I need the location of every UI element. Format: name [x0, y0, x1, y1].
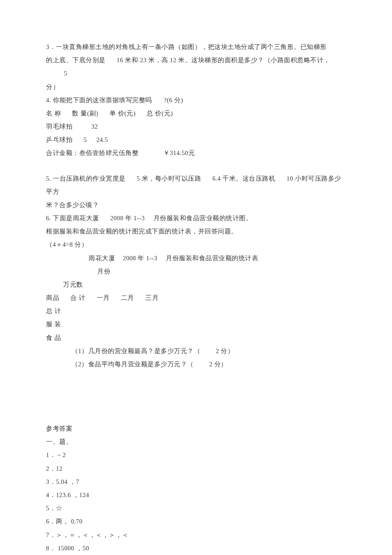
q6-row-clothes: 服 装	[46, 318, 346, 331]
q6-header: 商品 合 计 一月 二月 三月	[46, 291, 346, 305]
ans-3: 3．5.04 ，7	[46, 475, 346, 489]
q6-hc1: 商品	[46, 294, 59, 301]
q6-hc3: 一月	[97, 294, 110, 301]
q6-l1c: 月份服装和食品营业额的统计图。	[153, 215, 253, 221]
q4-total-label: 合计金额：叁佰壹拾肆元伍角整	[46, 150, 138, 156]
q4-header: 名 称 数 量(副) 单 价(元) 总 价(元)	[46, 107, 346, 120]
q6-l1b: 2008 年 1--3	[110, 215, 145, 221]
q4-r1-qty: 32	[91, 123, 98, 130]
q4-r2-name: 乒乓球拍	[46, 136, 72, 143]
q3-line3: 分）	[46, 81, 346, 94]
q5-l1c: 6.4 千米。这台压路机	[212, 175, 275, 182]
question-6: 6. 下面是雨花大厦 2008 年 1--3 月份服装和食品营业额的统计图。 根…	[46, 212, 346, 371]
q4-l1a: 4. 你能把下面的这张票据填写完整吗	[46, 97, 152, 104]
q6-col-amount: 万元数	[46, 278, 346, 291]
ans-5: 5．☆	[46, 502, 346, 515]
q6-row-food: 食 品	[46, 331, 346, 345]
question-5: 5. 一台压路机的作业宽度是 5 米，每小时可以压路 6.4 千米。这台压路机 …	[46, 172, 346, 212]
question-3: 3．一块直角梯形土地的对角线上有一条小路（如图），把这块土地分成了两个三角形。已…	[46, 40, 346, 94]
ans-6: 6．两， 0.70	[46, 515, 346, 528]
q3-l2c: 5	[64, 70, 67, 77]
q6-s2a: （2）食品平均每月营业额是多少万元？（	[72, 361, 194, 368]
ans-7: 7．＞，＝，＜，＜，＞，＜	[46, 529, 346, 542]
q3-line2: 的上底、下底分别是 16 米和 23 米，高 12 米。这块梯形的面积是多少？（…	[46, 54, 346, 80]
q6-hc5: 三月	[145, 294, 159, 301]
q6-row-total: 总 计	[46, 305, 346, 318]
q6-s1b: 2 分）	[216, 348, 234, 354]
question-4: 4. 你能把下面的这张票据填写完整吗 ?(6 分) 名 称 数 量(副) 单 价…	[46, 94, 346, 160]
ans-2: 2．12	[46, 462, 346, 475]
q4-h2: 数 量(副)	[72, 110, 98, 117]
q6-hc4: 二月	[121, 294, 134, 301]
q4-h3: 单 价(元)	[110, 110, 135, 117]
q5-l1b: 5 米，每小时可以压路	[137, 175, 201, 182]
ans-4: 4．123.6 ，124	[46, 489, 346, 502]
q4-r2-price: 24.5	[96, 136, 108, 143]
q6-sub2: （2）食品平均每月营业额是多少万元？（ 2 分）	[46, 358, 346, 371]
q3-l2a: 的上底、下底分别是	[46, 57, 106, 63]
q5-line2: 米？合多少公顷？	[46, 198, 346, 212]
q6-s2b: 2 分）	[209, 361, 228, 368]
q4-l1b: ?(6 分)	[164, 97, 183, 104]
q4-total: 合计金额：叁佰壹拾肆元伍角整 ￥314.50元	[46, 147, 346, 160]
q6-line2: 根据服装和食品营业额的统计图完成下面的统计表，并回答问题。	[46, 225, 346, 238]
q6-tt-b: 2008 年 1--3	[123, 255, 157, 262]
ans-8: 8． 15000 ，50	[46, 542, 346, 555]
q6-l1a: 6. 下面是雨花大厦	[46, 215, 99, 221]
q6-col-month: 月份	[46, 265, 346, 278]
ans-sect1: 一、题。	[46, 435, 346, 449]
q6-hc2: 合 计	[70, 294, 85, 301]
q4-r1-name: 羽毛球拍	[46, 123, 72, 130]
q6-sub1: （1）几月份的营业额最高？是多少万元？（ 2 分）	[46, 345, 346, 358]
ans-1: 1．－2	[46, 449, 346, 462]
q4-line1: 4. 你能把下面的这张票据填写完整吗 ?(6 分)	[46, 94, 346, 107]
q6-table-title: 雨花大厦 2008 年 1--3 月份服装和食品营业额的统计表	[46, 252, 346, 265]
q6-tt-c: 月份服装和食品营业额的统计表	[166, 255, 258, 262]
q6-s1a: （1）几月份的营业额最高？是多少万元？（	[72, 348, 200, 354]
q3-line1: 3．一块直角梯形土地的对角线上有一条小路（如图），把这块土地分成了两个三角形。已…	[46, 40, 346, 54]
q4-row1: 羽毛球拍 32	[46, 120, 346, 133]
q6-tt-a: 雨花大厦	[89, 255, 115, 262]
q5-l1a: 5. 一台压路机的作业宽度是	[46, 175, 126, 182]
q6-line1: 6. 下面是雨花大厦 2008 年 1--3 月份服装和食品营业额的统计图。	[46, 212, 346, 225]
q5-line1: 5. 一台压路机的作业宽度是 5 米，每小时可以压路 6.4 千米。这台压路机 …	[46, 172, 346, 198]
q4-h1: 名 称	[46, 110, 61, 117]
q3-l2b: 16 米和 23 米，高 12 米。这块梯形的面积是多少？（小路面积忽略不计，	[117, 57, 330, 63]
q4-row2: 乒乓球拍 5 24.5	[46, 133, 346, 147]
q4-r2-qty: 5	[84, 136, 87, 143]
q6-line3: （4＋4=8 分）	[46, 238, 346, 251]
q4-h4: 总 价(元)	[147, 110, 173, 117]
q4-total-amount: ￥314.50元	[163, 150, 195, 156]
ans-title: 参考答案	[46, 422, 346, 435]
answers-section: 参考答案 一、题。 1．－2 2．12 3．5.04 ，7 4．123.6 ，1…	[46, 422, 346, 555]
